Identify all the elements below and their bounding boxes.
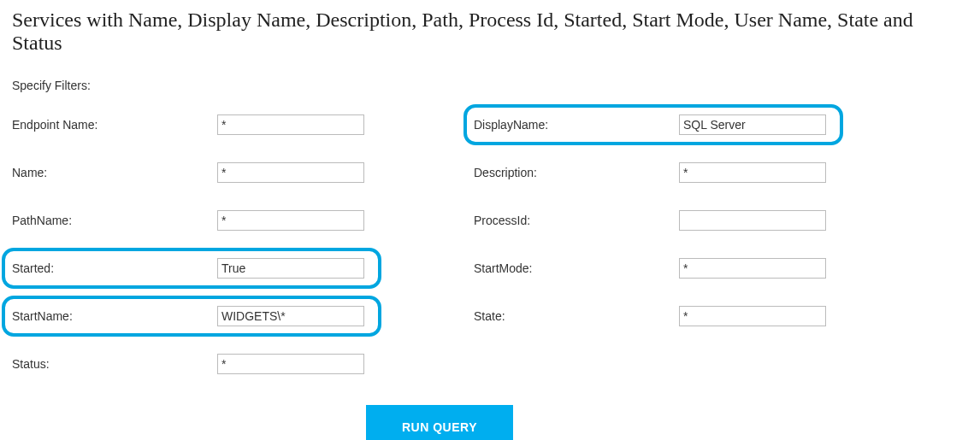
input-display-name[interactable] [679, 114, 826, 135]
button-row: RUN QUERY [12, 405, 867, 440]
row-started: Started: [2, 248, 381, 289]
row-display-name: DisplayName: [463, 104, 843, 145]
input-process-id[interactable] [679, 210, 826, 231]
label-state: State: [474, 309, 679, 323]
label-started: Started: [12, 261, 217, 275]
row-state: State: [474, 304, 833, 328]
input-state[interactable] [679, 306, 826, 326]
filter-form: Endpoint Name: DisplayName: Name: Descri… [12, 113, 833, 376]
input-started[interactable] [217, 258, 364, 279]
row-process-id: ProcessId: [474, 208, 833, 232]
label-process-id: ProcessId: [474, 214, 679, 227]
row-name: Name: [12, 161, 371, 185]
label-path-name: PathName: [12, 214, 217, 227]
input-status[interactable] [217, 354, 364, 374]
row-endpoint-name: Endpoint Name: [12, 113, 371, 137]
input-start-name[interactable] [217, 306, 364, 326]
input-name[interactable] [217, 162, 364, 183]
row-start-mode: StartMode: [474, 256, 833, 280]
row-description: Description: [474, 161, 833, 185]
page-title: Services with Name, Display Name, Descri… [12, 9, 968, 55]
label-start-mode: StartMode: [474, 261, 679, 275]
row-start-name: StartName: [2, 296, 381, 337]
input-endpoint-name[interactable] [217, 114, 364, 135]
label-name: Name: [12, 166, 217, 179]
row-status: Status: [12, 352, 371, 376]
label-display-name: DisplayName: [474, 118, 679, 132]
label-status: Status: [12, 357, 217, 371]
input-path-name[interactable] [217, 210, 364, 231]
label-description: Description: [474, 166, 679, 179]
specify-filters-label: Specify Filters: [12, 79, 968, 92]
label-start-name: StartName: [12, 309, 217, 323]
input-start-mode[interactable] [679, 258, 826, 279]
row-path-name: PathName: [12, 208, 371, 232]
label-endpoint-name: Endpoint Name: [12, 118, 217, 132]
input-description[interactable] [679, 162, 826, 183]
run-query-button[interactable]: RUN QUERY [366, 405, 513, 440]
